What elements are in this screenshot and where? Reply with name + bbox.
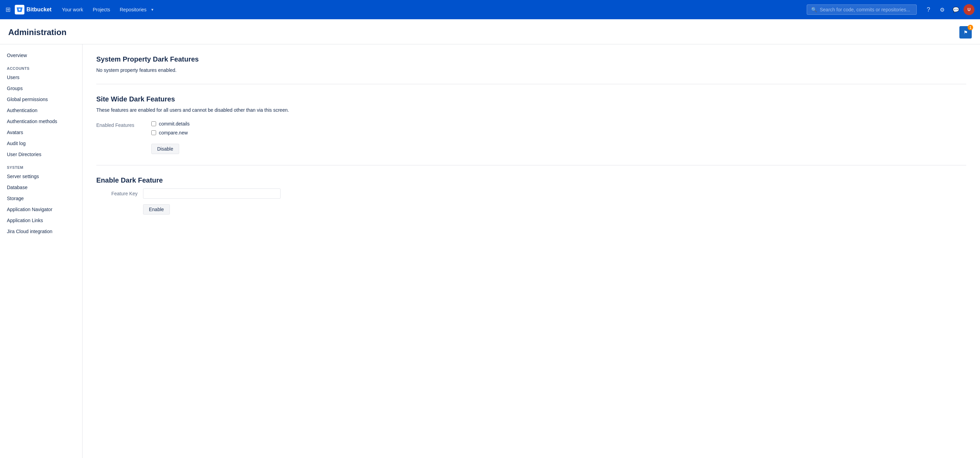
sidebar-item-groups[interactable]: Groups xyxy=(0,83,82,94)
no-features-text: No system property features enabled. xyxy=(96,67,966,73)
enable-section: Enable Dark Feature Feature Key Enable xyxy=(96,177,966,215)
divider-2 xyxy=(96,165,966,165)
top-navigation: ⊞ Bitbucket Your work Projects Repositor… xyxy=(0,0,980,19)
feature-compare-new: compare.new xyxy=(151,130,189,135)
notification-icon-btn[interactable]: ⚑ 1 xyxy=(959,26,972,38)
site-wide-section: Site Wide Dark Features These features a… xyxy=(96,95,966,154)
search-placeholder-text: Search for code, commits or repositories… xyxy=(820,7,910,13)
chat-icon-btn[interactable]: 💬 xyxy=(950,3,962,16)
repositories-chevron-icon: ▾ xyxy=(151,7,153,12)
site-wide-title: Site Wide Dark Features xyxy=(96,95,966,103)
user-avatar[interactable]: U xyxy=(964,4,975,15)
sidebar-item-user-directories[interactable]: User Directories xyxy=(0,149,82,160)
logo-icon xyxy=(15,5,24,14)
sidebar-section-system-label: SYSTEM xyxy=(0,160,82,171)
sidebar-item-overview[interactable]: Overview xyxy=(0,50,82,61)
enable-button[interactable]: Enable xyxy=(143,204,170,215)
enable-form: Feature Key Enable xyxy=(96,188,966,215)
sidebar-item-server-settings[interactable]: Server settings xyxy=(0,171,82,182)
topnav-icons: ? ⚙ 💬 U xyxy=(922,3,975,16)
feature-checks: commit.details compare.new xyxy=(151,121,189,135)
sidebar-item-database[interactable]: Database xyxy=(0,182,82,193)
sidebar-item-application-navigator[interactable]: Application Navigator xyxy=(0,204,82,215)
bitbucket-logo[interactable]: Bitbucket xyxy=(15,5,52,14)
feature-commit-details: commit.details xyxy=(151,121,189,127)
nav-projects[interactable]: Projects xyxy=(89,5,114,14)
nav-repositories-container: Repositories ▾ xyxy=(116,5,153,14)
sidebar-item-jira-cloud-integration[interactable]: Jira Cloud integration xyxy=(0,226,82,237)
main-content: System Property Dark Features No system … xyxy=(83,45,980,458)
help-icon-btn[interactable]: ? xyxy=(922,3,935,16)
feature-key-row: Feature Key xyxy=(96,188,966,199)
logo-text: Bitbucket xyxy=(27,6,52,13)
notification-badge: 1 xyxy=(967,25,973,30)
sidebar-item-authentication[interactable]: Authentication xyxy=(0,105,82,116)
system-property-section: System Property Dark Features No system … xyxy=(96,56,966,73)
sidebar-item-application-links[interactable]: Application Links xyxy=(0,215,82,226)
enable-title: Enable Dark Feature xyxy=(96,177,966,184)
feature-key-label: Feature Key xyxy=(96,191,138,196)
sidebar-item-global-permissions[interactable]: Global permissions xyxy=(0,94,82,105)
commit-details-checkbox[interactable] xyxy=(151,121,156,126)
header-right: ⚑ 1 xyxy=(959,26,972,38)
settings-icon-btn[interactable]: ⚙ xyxy=(936,3,948,16)
sidebar-item-authentication-methods[interactable]: Authentication methods xyxy=(0,116,82,127)
features-form: Enabled Features commit.details compare.… xyxy=(96,121,966,154)
search-bar[interactable]: 🔍 Search for code, commits or repositori… xyxy=(807,5,917,15)
sidebar-item-users[interactable]: Users xyxy=(0,72,82,83)
search-icon: 🔍 xyxy=(811,7,817,13)
enabled-features-label: Enabled Features xyxy=(96,121,151,128)
sidebar-section-accounts-label: ACCOUNTS xyxy=(0,61,82,72)
compare-new-checkbox[interactable] xyxy=(151,130,156,135)
page-body: Overview ACCOUNTS Users Groups Global pe… xyxy=(0,45,980,458)
grid-icon[interactable]: ⊞ xyxy=(5,6,11,13)
sidebar-item-audit-log[interactable]: Audit log xyxy=(0,138,82,149)
sidebar: Overview ACCOUNTS Users Groups Global pe… xyxy=(0,45,83,458)
sidebar-item-avatars[interactable]: Avatars xyxy=(0,127,82,138)
compare-new-label[interactable]: compare.new xyxy=(159,130,188,135)
nav-repositories[interactable]: Repositories xyxy=(116,5,150,14)
system-property-title: System Property Dark Features xyxy=(96,56,966,63)
disable-button[interactable]: Disable xyxy=(151,144,179,154)
nav-your-work[interactable]: Your work xyxy=(59,5,87,14)
page-title: Administration xyxy=(8,27,66,37)
feature-key-input[interactable] xyxy=(143,188,281,199)
commit-details-label[interactable]: commit.details xyxy=(159,121,189,127)
enable-button-row: Enable xyxy=(96,204,966,215)
site-wide-description: These features are enabled for all users… xyxy=(96,107,966,113)
sidebar-item-storage[interactable]: Storage xyxy=(0,193,82,204)
page-header: Administration ⚑ 1 xyxy=(0,19,980,45)
enabled-features-row: Enabled Features commit.details compare.… xyxy=(96,121,966,135)
flag-icon: ⚑ xyxy=(964,30,968,35)
